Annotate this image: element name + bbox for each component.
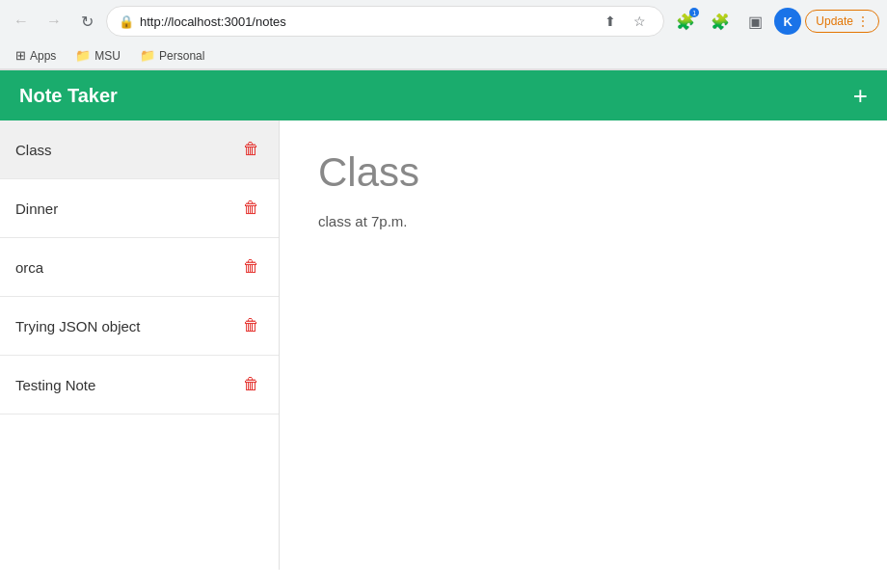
app-header: Note Taker +: [0, 70, 887, 120]
bookmark-personal-label: Personal: [159, 49, 204, 63]
folder-personal-icon: 📁: [140, 48, 155, 63]
browser-chrome: ← → ↻ 🔒 ⬆ ☆ 🧩 1 🧩 ▣ K Up: [0, 0, 887, 70]
bookmark-apps-label: Apps: [30, 49, 56, 63]
note-title-dinner: Dinner: [15, 200, 58, 217]
note-detail-title: Class: [318, 149, 848, 196]
app-title: Note Taker: [19, 85, 118, 107]
update-button[interactable]: Update ⋮: [805, 10, 879, 33]
delete-note-dinner-button[interactable]: 🗑: [239, 197, 263, 220]
reader-mode-button[interactable]: ▣: [739, 6, 770, 37]
address-actions: ⬆ ☆: [598, 9, 652, 34]
bookmarks-bar: ⊞ Apps 📁 MSU 📁 Personal: [0, 42, 887, 69]
lock-icon: 🔒: [119, 14, 134, 29]
extension-badge-button[interactable]: 🧩 1: [670, 6, 701, 37]
toolbar-right: 🧩 1 🧩 ▣ K Update ⋮: [670, 6, 879, 37]
folder-msu-icon: 📁: [75, 48, 91, 63]
delete-note-class-button[interactable]: 🗑: [239, 138, 263, 161]
note-item-trying-json[interactable]: Trying JSON object🗑: [0, 297, 279, 356]
trash-icon: 🗑: [243, 375, 259, 394]
delete-note-testing-note-button[interactable]: 🗑: [239, 373, 263, 396]
note-item-testing-note[interactable]: Testing Note🗑: [0, 356, 279, 414]
note-title-testing-note: Testing Note: [15, 377, 95, 393]
trash-icon: 🗑: [243, 316, 259, 335]
trash-icon: 🗑: [243, 199, 259, 218]
note-title-orca: orca: [15, 259, 43, 276]
apps-grid-icon: ⊞: [15, 48, 26, 63]
note-detail: Class class at 7p.m.: [280, 120, 887, 570]
reload-button[interactable]: ↻: [73, 8, 100, 35]
trash-icon: 🗑: [243, 257, 259, 277]
note-item-class[interactable]: Class🗑: [0, 120, 279, 179]
bookmark-msu-label: MSU: [94, 49, 121, 63]
note-detail-body: class at 7p.m.: [318, 211, 848, 233]
note-title-class: Class: [15, 142, 52, 158]
address-bar: 🔒 ⬆ ☆: [106, 6, 664, 37]
bookmark-personal[interactable]: 📁 Personal: [132, 45, 212, 66]
trash-icon: 🗑: [243, 140, 259, 159]
share-button[interactable]: ⬆: [598, 9, 623, 34]
reader-icon: ▣: [748, 13, 763, 31]
bookmark-button[interactable]: ☆: [627, 9, 652, 34]
update-label: Update: [816, 14, 853, 28]
puzzle-icon: 🧩: [711, 13, 730, 31]
note-title-trying-json: Trying JSON object: [15, 318, 141, 334]
browser-toolbar: ← → ↻ 🔒 ⬆ ☆ 🧩 1 🧩 ▣ K Up: [0, 0, 887, 42]
app-body: Class🗑Dinner🗑orca🗑Trying JSON object🗑Tes…: [0, 120, 887, 570]
bookmark-apps[interactable]: ⊞ Apps: [8, 45, 64, 66]
back-button[interactable]: ←: [8, 8, 35, 35]
profile-button[interactable]: K: [774, 8, 801, 35]
delete-note-trying-json-button[interactable]: 🗑: [239, 314, 263, 337]
add-note-button[interactable]: +: [853, 83, 868, 108]
menu-dots-icon: ⋮: [857, 14, 869, 28]
note-item-dinner[interactable]: Dinner🗑: [0, 179, 279, 238]
note-item-orca[interactable]: orca🗑: [0, 238, 279, 297]
delete-note-orca-button[interactable]: 🗑: [239, 255, 263, 279]
bookmark-msu[interactable]: 📁 MSU: [67, 45, 128, 66]
forward-button[interactable]: →: [40, 8, 67, 35]
notes-sidebar: Class🗑Dinner🗑orca🗑Trying JSON object🗑Tes…: [0, 120, 280, 570]
puzzle-button[interactable]: 🧩: [705, 6, 736, 37]
url-input[interactable]: [140, 14, 592, 29]
badge-count: 1: [689, 8, 699, 17]
